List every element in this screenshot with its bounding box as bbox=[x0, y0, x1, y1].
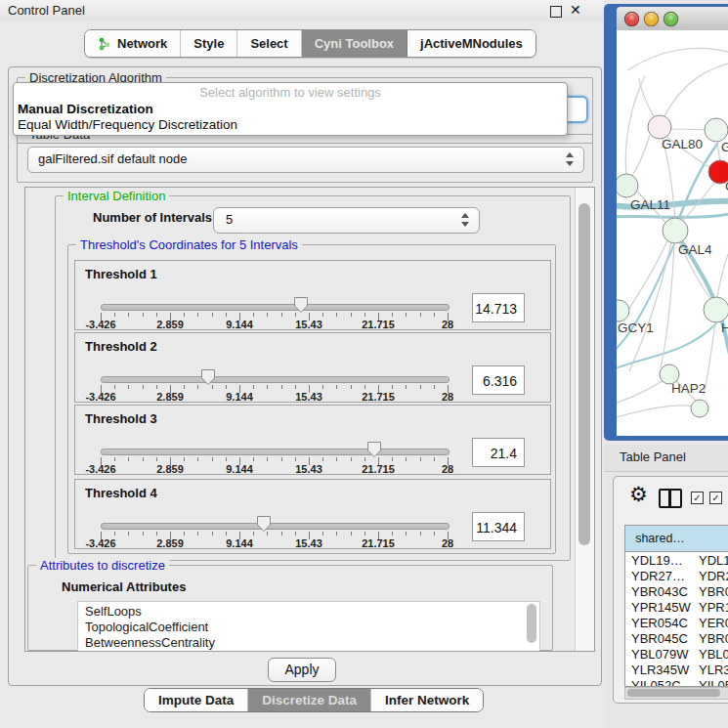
network-node-label: GA bbox=[721, 140, 728, 154]
algorithm-option-manual-discretization[interactable]: Manual Discretization bbox=[18, 102, 153, 116]
tab-network[interactable]: Network bbox=[85, 30, 181, 57]
threshold-slider-handle[interactable] bbox=[366, 441, 382, 458]
bottom-tab-discretize-data[interactable]: Discretize Data bbox=[248, 689, 371, 711]
tab-cyni-toolbox[interactable]: Cyni Toolbox bbox=[302, 30, 407, 57]
network-canvas[interactable]: GAL80GACGAL11GAL4GCY1HHAP2 bbox=[617, 30, 728, 436]
table-cell[interactable]: YDL19… bbox=[699, 553, 728, 569]
network-window-titlebar[interactable] bbox=[617, 7, 728, 31]
slider-tick bbox=[156, 532, 157, 535]
slider-tick bbox=[364, 457, 365, 461]
combobox-arrows-icon bbox=[566, 151, 575, 167]
float-window-icon[interactable] bbox=[550, 6, 562, 18]
table-cell[interactable]: YPR145W bbox=[699, 600, 728, 616]
slider-tick bbox=[143, 313, 144, 317]
attribute-list-item[interactable]: BetweennessCentrality bbox=[85, 635, 215, 651]
control-panel-titlebar: Control Panel ✕ bbox=[0, 0, 604, 21]
attributes-list-scrollbar[interactable] bbox=[527, 604, 536, 643]
column-checkbox-icon[interactable]: ✓ bbox=[709, 492, 722, 504]
close-icon[interactable]: ✕ bbox=[570, 2, 581, 18]
attribute-list-item[interactable]: SelfLoops bbox=[85, 604, 142, 620]
table-cell[interactable]: YDR27… bbox=[699, 569, 728, 584]
table-cell[interactable]: YBR043C bbox=[699, 584, 728, 600]
slider-tick bbox=[434, 385, 435, 389]
split-columns-icon[interactable] bbox=[659, 489, 682, 508]
apply-button[interactable]: Apply bbox=[268, 658, 336, 682]
algorithm-option-equal-width-frequency[interactable]: Equal Width/Frequency Discretization bbox=[18, 117, 237, 132]
threshold-slider-track[interactable] bbox=[101, 304, 450, 311]
network-node-gal4[interactable] bbox=[663, 218, 688, 243]
column-header-shared[interactable]: shared… bbox=[625, 526, 696, 552]
table-horizontal-scrollbar[interactable] bbox=[624, 687, 728, 700]
slider-tick bbox=[156, 313, 157, 317]
table-cell[interactable]: YER054C bbox=[699, 616, 728, 631]
scrollbar-thumb[interactable] bbox=[578, 203, 590, 545]
network-node-ga[interactable] bbox=[705, 118, 728, 142]
slider-tick bbox=[226, 313, 227, 317]
threshold-value-field[interactable]: 11.344 bbox=[472, 512, 525, 541]
threshold-slider-track[interactable] bbox=[101, 376, 450, 383]
slider-tick bbox=[253, 385, 254, 389]
scrollbar-thumb[interactable] bbox=[627, 689, 720, 697]
table-cell[interactable]: YBL079W bbox=[699, 647, 728, 663]
slider-tick bbox=[434, 532, 435, 535]
numerical-attributes-list[interactable]: SelfLoopsTopologicalCoefficientBetweenne… bbox=[77, 601, 540, 652]
table-cell[interactable]: YDL19… bbox=[631, 553, 695, 569]
table-cell[interactable]: YIL052C bbox=[699, 678, 728, 687]
table-cell[interactable]: YLR345W bbox=[631, 663, 695, 678]
network-node-h[interactable] bbox=[704, 297, 728, 322]
threshold-value-field[interactable]: 6.316 bbox=[472, 365, 525, 395]
table-cell[interactable]: YBL079W bbox=[631, 647, 695, 663]
network-icon bbox=[98, 37, 111, 51]
control-panel-title: Control Panel bbox=[8, 3, 85, 18]
table-cell[interactable]: YIL052C bbox=[631, 678, 695, 687]
threshold-slider-track[interactable] bbox=[101, 449, 450, 455]
thresholds-group: Threshold's Coordinates for 5 Intervals … bbox=[67, 244, 556, 554]
zoom-traffic-light-icon[interactable] bbox=[664, 12, 678, 26]
slider-scale-label: 15.43 bbox=[295, 463, 322, 475]
slider-scale-label: 15.43 bbox=[295, 319, 322, 330]
tab-select[interactable]: Select bbox=[237, 30, 301, 57]
number-of-intervals-spinner[interactable]: 5 bbox=[213, 207, 480, 234]
network-node-gal11[interactable] bbox=[617, 174, 638, 197]
table-cell[interactable]: YBR045C bbox=[631, 631, 695, 647]
attribute-list-item[interactable]: TopologicalCoefficient bbox=[85, 620, 208, 635]
threshold-slider-handle[interactable] bbox=[200, 368, 216, 386]
slider-tick bbox=[128, 532, 129, 535]
bottom-tab-impute-data[interactable]: Impute Data bbox=[145, 689, 248, 711]
table-settings-gear-icon[interactable]: ⚙ bbox=[629, 485, 648, 505]
network-edge bbox=[617, 244, 674, 352]
threshold-slider-handle[interactable] bbox=[293, 296, 309, 314]
tab-style[interactable]: Style bbox=[181, 30, 237, 57]
threshold-slider-track[interactable] bbox=[101, 523, 450, 530]
network-edge bbox=[629, 242, 671, 371]
close-traffic-light-icon[interactable] bbox=[624, 12, 639, 26]
column-checkbox-icon[interactable]: ✓ bbox=[691, 492, 704, 504]
table-cell[interactable]: YPR145W bbox=[631, 600, 695, 616]
table-cell[interactable]: YDR27… bbox=[631, 569, 695, 584]
table-cell[interactable]: YLR345W bbox=[699, 663, 728, 678]
threshold-slider-handle[interactable] bbox=[256, 515, 272, 533]
tab-jactivemnodules[interactable]: jActiveMNodules bbox=[407, 30, 535, 57]
threshold-value-field[interactable]: 21.4 bbox=[472, 438, 525, 467]
slider-scale-label: -3.426 bbox=[85, 319, 115, 330]
table-data-combobox[interactable]: galFiltered.sif default node bbox=[27, 147, 584, 173]
settings-scroll-panel: Interval Definition Number of Intervals … bbox=[24, 187, 595, 652]
table-cell[interactable]: YER054C bbox=[631, 616, 695, 631]
slider-tick bbox=[114, 313, 115, 317]
slider-tick bbox=[392, 532, 393, 535]
bottom-tab-infer-network[interactable]: Infer Network bbox=[371, 689, 483, 711]
minimize-traffic-light-icon[interactable] bbox=[644, 12, 659, 26]
network-node-gcy1[interactable] bbox=[617, 300, 629, 321]
network-node[interactable] bbox=[691, 400, 708, 417]
table-cell[interactable]: YBR045C bbox=[699, 631, 728, 647]
network-node-gal80[interactable] bbox=[648, 115, 671, 139]
slider-scale-label: 28 bbox=[442, 463, 453, 475]
column-header-name[interactable]: name bbox=[695, 526, 728, 552]
node-table[interactable]: shared…nameYDL19…YDL19…YDR27…YDR27…YBR04… bbox=[624, 525, 728, 687]
table-cell[interactable]: YBR043C bbox=[631, 584, 695, 600]
slider-tick bbox=[212, 457, 213, 461]
number-of-intervals-value: 5 bbox=[226, 212, 233, 227]
cyni-bottom-tabbar: Impute DataDiscretize DataInfer Network bbox=[144, 688, 484, 712]
settings-vertical-scrollbar[interactable] bbox=[575, 188, 594, 651]
threshold-value-field[interactable]: 14.713 bbox=[472, 293, 525, 322]
